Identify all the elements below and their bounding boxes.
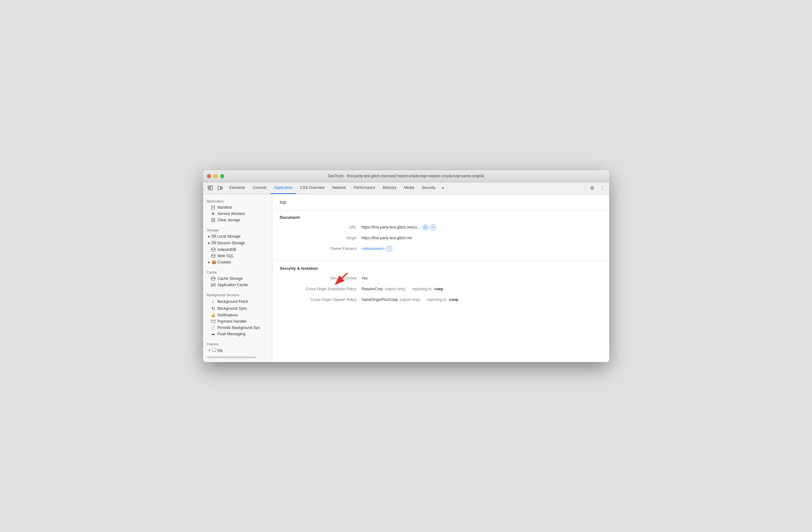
security-section-title: Security & Isolation (280, 266, 601, 271)
document-section: Document URL https://first-party-test.gl… (280, 210, 601, 261)
main-content: top Document URL https://first-party-tes… (272, 194, 609, 362)
tab-console[interactable]: Console (249, 182, 271, 194)
service-workers-icon: ⚙ (211, 212, 216, 216)
minimize-button[interactable] (214, 174, 218, 178)
svg-rect-21 (212, 243, 216, 244)
maximize-button[interactable] (220, 174, 224, 178)
sidebar-item-periodic-background-sync[interactable]: 🕐 Periodic Background Syn (203, 324, 272, 331)
svg-line-38 (336, 273, 348, 283)
svg-rect-4 (211, 186, 212, 190)
web-sql-icon (211, 254, 216, 258)
reload-icon[interactable] (430, 224, 436, 230)
secure-context-value: Yes (362, 276, 368, 280)
sidebar-item-local-storage[interactable]: ▶ Local Storage (203, 233, 272, 240)
tab-more[interactable]: » (439, 182, 447, 194)
session-storage-icon (212, 241, 216, 246)
sidebar-label-cookies: Cookies (218, 260, 231, 264)
tab-network[interactable]: Network (328, 182, 350, 194)
sidebar-item-application-cache[interactable]: Application Cache (203, 282, 272, 288)
svg-rect-18 (212, 237, 216, 238)
sidebar-item-session-storage[interactable]: ▶ Session Storage (203, 240, 272, 247)
tab-performance[interactable]: Performance (350, 182, 379, 194)
tabbar-right: ⚙ ⋮ (584, 183, 607, 192)
owner-element-value: <#document> ⓘ (362, 246, 392, 252)
link-icon[interactable] (423, 224, 428, 230)
sidebar-label-periodic-background-sync: Periodic Background Syn (218, 325, 260, 330)
sidebar-item-cache-storage[interactable]: Cache Storage (203, 276, 272, 282)
svg-rect-17 (212, 236, 216, 237)
background-sync-icon: ↻ (211, 306, 216, 311)
secure-context-label: Secure Context (280, 276, 362, 280)
tabbar: Elements Console Application CSS Overvie… (203, 182, 609, 194)
coop-reporting-to-label: reporting to: (427, 297, 447, 302)
coop-label: Cross-Origin Opener Policy (280, 297, 362, 302)
more-options-icon[interactable]: ⋮ (598, 183, 607, 192)
coop-main-value: SameOriginPlusCoep (362, 297, 398, 302)
url-text: https://first-party-test.glitch.me/co… (362, 225, 421, 229)
window-title: DevTools - first-party-test.glitch.me/co… (328, 174, 484, 178)
svg-rect-5 (218, 186, 220, 190)
sidebar-item-payment-handler[interactable]: Payment Handler (203, 318, 272, 324)
sidebar-item-push-messaging[interactable]: ☁ Push Messaging (203, 331, 272, 337)
coep-reporting-to-label: reporting to: (412, 287, 432, 291)
close-button[interactable] (207, 174, 211, 178)
notifications-icon: 🔔 (211, 313, 216, 317)
sidebar-label-manifest: Manifest (218, 205, 232, 210)
sidebar-item-indexeddb[interactable]: IndexedDB (203, 247, 272, 253)
cache-storage-icon (211, 277, 216, 280)
origin-value: https://first-party-test.glitch.me (362, 236, 412, 240)
tab-elements[interactable]: Elements (226, 182, 249, 194)
tab-css-overview[interactable]: CSS Overview (296, 182, 328, 194)
owner-element-link[interactable]: <#document> (362, 247, 385, 251)
inspect-icon[interactable] (206, 183, 215, 192)
sidebar-item-background-fetch[interactable]: ↕ Background Fetch (203, 298, 272, 305)
coep-field-row: Cross-Origin Embedder Policy RequireCorp… (280, 285, 601, 293)
coop-reporting-to-value: coop (449, 297, 458, 302)
sidebar-section-frames: Frames (203, 340, 272, 347)
sidebar-item-notifications[interactable]: 🔔 Notifications (203, 312, 272, 318)
owner-element-label: Owner Element (280, 247, 362, 251)
local-storage-icon (212, 234, 216, 239)
svg-rect-29 (211, 284, 215, 285)
tab-application[interactable]: Application (271, 182, 296, 194)
sidebar-item-service-workers[interactable]: ⚙ Service Workers (203, 211, 272, 217)
sidebar-label-web-sql: Web SQL (218, 254, 234, 258)
settings-icon[interactable]: ⚙ (588, 183, 597, 192)
sidebar-label-application-cache: Application Cache (218, 283, 248, 287)
page-title: top (280, 199, 601, 205)
titlebar: DevTools - first-party-test.glitch.me/co… (203, 170, 609, 182)
tab-security[interactable]: Security (418, 182, 439, 194)
svg-rect-28 (211, 283, 215, 284)
url-field-row: URL https://first-party-test.glitch.me/c… (280, 224, 601, 231)
origin-label: Origin (280, 236, 362, 240)
devtools-window: DevTools - first-party-test.glitch.me/co… (203, 170, 609, 362)
url-label: URL (280, 225, 362, 229)
sidebar-item-background-sync[interactable]: ↻ Background Sync (203, 305, 272, 312)
coep-report-only: (report-only) (385, 287, 405, 291)
origin-field-row: Origin https://first-party-test.glitch.m… (280, 234, 601, 242)
svg-rect-19 (212, 241, 216, 242)
svg-point-26 (211, 277, 215, 278)
sidebar-section-storage: Storage (203, 226, 272, 233)
svg-rect-30 (211, 285, 215, 287)
tab-memory[interactable]: Memory (379, 182, 400, 194)
sidebar-label-clear-storage: Clear storage (218, 218, 240, 222)
sidebar-label-session-storage: Session Storage (217, 241, 245, 245)
sidebar-item-manifest[interactable]: Manifest (203, 204, 272, 211)
svg-rect-20 (212, 242, 216, 243)
application-cache-icon (211, 283, 216, 287)
svg-rect-33 (212, 348, 216, 351)
coep-value: RequireCorp (report-only) reporting to: … (362, 287, 443, 291)
sidebar-item-clear-storage[interactable]: Clear storage (203, 217, 272, 223)
device-icon[interactable] (216, 183, 224, 192)
owner-element-field-row: Owner Element <#document> ⓘ (280, 245, 601, 252)
red-arrow-annotation (330, 271, 349, 287)
coep-label: Cross-Origin Embedder Policy (280, 287, 362, 291)
tab-media[interactable]: Media (400, 182, 418, 194)
secure-context-text: Yes (362, 276, 368, 280)
sidebar-item-web-sql[interactable]: Web SQL (203, 253, 272, 259)
sidebar-label-indexeddb: IndexedDB (218, 248, 236, 252)
sidebar-item-cookies[interactable]: ▶ 🍪 Cookies (203, 259, 272, 265)
sidebar-item-top-frame[interactable]: ▼ top (203, 347, 272, 354)
circle-info-icon[interactable]: ⓘ (387, 246, 392, 252)
